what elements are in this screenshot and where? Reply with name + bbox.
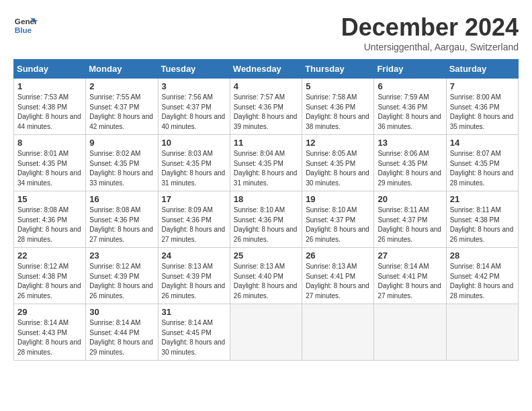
day-number: 10 <box>162 138 226 148</box>
day-info: Sunrise: 8:13 AMSunset: 4:40 PMDaylight:… <box>234 262 298 301</box>
calendar-cell: 28Sunrise: 8:14 AMSunset: 4:42 PMDayligh… <box>446 248 518 304</box>
day-info: Sunrise: 8:06 AMSunset: 4:35 PMDaylight:… <box>378 149 442 188</box>
day-info: Sunrise: 8:12 AMSunset: 4:38 PMDaylight:… <box>17 262 82 301</box>
day-info: Sunrise: 8:11 AMSunset: 4:38 PMDaylight:… <box>450 205 515 244</box>
day-number: 14 <box>450 138 515 148</box>
day-header-wednesday: Wednesday <box>230 60 302 79</box>
day-info: Sunrise: 7:55 AMSunset: 4:37 PMDaylight:… <box>89 93 154 132</box>
day-number: 3 <box>162 81 226 91</box>
day-info: Sunrise: 8:13 AMSunset: 4:41 PMDaylight:… <box>306 262 370 301</box>
day-number: 1 <box>17 81 82 91</box>
calendar-cell: 30Sunrise: 8:14 AMSunset: 4:44 PMDayligh… <box>86 304 158 361</box>
calendar-cell: 15Sunrise: 8:08 AMSunset: 4:36 PMDayligh… <box>14 191 86 248</box>
day-info: Sunrise: 8:13 AMSunset: 4:39 PMDaylight:… <box>162 262 226 301</box>
day-info: Sunrise: 8:08 AMSunset: 4:36 PMDaylight:… <box>89 205 154 244</box>
day-info: Sunrise: 8:09 AMSunset: 4:36 PMDaylight:… <box>162 205 226 244</box>
calendar-cell <box>302 304 374 361</box>
day-info: Sunrise: 8:14 AMSunset: 4:43 PMDaylight:… <box>17 318 82 357</box>
month-title: December 2024 <box>341 13 519 42</box>
day-info: Sunrise: 7:59 AMSunset: 4:36 PMDaylight:… <box>378 93 442 132</box>
day-number: 2 <box>89 81 154 91</box>
day-info: Sunrise: 8:02 AMSunset: 4:35 PMDaylight:… <box>89 149 154 188</box>
day-info: Sunrise: 8:14 AMSunset: 4:42 PMDaylight:… <box>450 262 515 301</box>
day-number: 24 <box>162 250 226 261</box>
day-info: Sunrise: 8:08 AMSunset: 4:36 PMDaylight:… <box>17 205 82 244</box>
day-info: Sunrise: 7:56 AMSunset: 4:37 PMDaylight:… <box>162 93 226 132</box>
day-header-sunday: Sunday <box>14 60 86 79</box>
calendar-cell: 8Sunrise: 8:01 AMSunset: 4:35 PMDaylight… <box>14 135 86 191</box>
day-number: 17 <box>162 194 226 204</box>
calendar-cell <box>374 304 446 361</box>
day-number: 29 <box>17 307 82 317</box>
day-number: 20 <box>378 194 442 204</box>
calendar-cell <box>446 304 518 361</box>
day-header-saturday: Saturday <box>446 60 518 79</box>
calendar-cell: 12Sunrise: 8:05 AMSunset: 4:35 PMDayligh… <box>302 135 374 191</box>
calendar-cell: 27Sunrise: 8:14 AMSunset: 4:41 PMDayligh… <box>374 248 446 304</box>
day-info: Sunrise: 8:00 AMSunset: 4:36 PMDaylight:… <box>450 93 515 132</box>
logo: General Blue <box>13 13 38 38</box>
day-info: Sunrise: 8:14 AMSunset: 4:45 PMDaylight:… <box>162 318 226 357</box>
calendar-cell: 11Sunrise: 8:04 AMSunset: 4:35 PMDayligh… <box>230 135 302 191</box>
week-row-1: 1Sunrise: 7:53 AMSunset: 4:38 PMDaylight… <box>14 79 519 135</box>
calendar-table: SundayMondayTuesdayWednesdayThursdayFrid… <box>13 59 519 361</box>
title-block: December 2024 Untersiggenthal, Aargau, S… <box>341 13 519 52</box>
day-info: Sunrise: 7:57 AMSunset: 4:36 PMDaylight:… <box>234 93 298 132</box>
calendar-cell: 7Sunrise: 8:00 AMSunset: 4:36 PMDaylight… <box>446 79 518 135</box>
calendar-cell: 5Sunrise: 7:58 AMSunset: 4:36 PMDaylight… <box>302 79 374 135</box>
day-number: 31 <box>162 307 226 317</box>
week-row-2: 8Sunrise: 8:01 AMSunset: 4:35 PMDaylight… <box>14 135 519 191</box>
day-number: 11 <box>234 138 298 148</box>
calendar-cell: 18Sunrise: 8:10 AMSunset: 4:36 PMDayligh… <box>230 191 302 248</box>
day-info: Sunrise: 8:04 AMSunset: 4:35 PMDaylight:… <box>234 149 298 188</box>
calendar-cell: 25Sunrise: 8:13 AMSunset: 4:40 PMDayligh… <box>230 248 302 304</box>
calendar-cell: 26Sunrise: 8:13 AMSunset: 4:41 PMDayligh… <box>302 248 374 304</box>
location: Untersiggenthal, Aargau, Switzerland <box>341 42 519 52</box>
day-info: Sunrise: 8:05 AMSunset: 4:35 PMDaylight:… <box>306 149 370 188</box>
day-info: Sunrise: 8:12 AMSunset: 4:39 PMDaylight:… <box>89 262 154 301</box>
day-number: 19 <box>306 194 370 204</box>
day-number: 30 <box>89 307 154 317</box>
day-info: Sunrise: 8:01 AMSunset: 4:35 PMDaylight:… <box>17 149 82 188</box>
calendar-cell: 14Sunrise: 8:07 AMSunset: 4:35 PMDayligh… <box>446 135 518 191</box>
calendar-cell: 16Sunrise: 8:08 AMSunset: 4:36 PMDayligh… <box>86 191 158 248</box>
calendar-cell: 17Sunrise: 8:09 AMSunset: 4:36 PMDayligh… <box>158 191 230 248</box>
week-row-3: 15Sunrise: 8:08 AMSunset: 4:36 PMDayligh… <box>14 191 519 248</box>
day-info: Sunrise: 8:07 AMSunset: 4:35 PMDaylight:… <box>450 149 515 188</box>
day-header-tuesday: Tuesday <box>158 60 230 79</box>
calendar-cell: 29Sunrise: 8:14 AMSunset: 4:43 PMDayligh… <box>14 304 86 361</box>
day-number: 7 <box>450 81 515 91</box>
day-info: Sunrise: 7:58 AMSunset: 4:36 PMDaylight:… <box>306 93 370 132</box>
day-info: Sunrise: 8:11 AMSunset: 4:37 PMDaylight:… <box>378 205 442 244</box>
calendar-cell: 24Sunrise: 8:13 AMSunset: 4:39 PMDayligh… <box>158 248 230 304</box>
calendar-cell: 1Sunrise: 7:53 AMSunset: 4:38 PMDaylight… <box>14 79 86 135</box>
day-number: 22 <box>17 250 82 261</box>
day-header-thursday: Thursday <box>302 60 374 79</box>
day-number: 25 <box>234 250 298 261</box>
calendar-cell: 2Sunrise: 7:55 AMSunset: 4:37 PMDaylight… <box>86 79 158 135</box>
week-row-5: 29Sunrise: 8:14 AMSunset: 4:43 PMDayligh… <box>14 304 519 361</box>
day-info: Sunrise: 8:03 AMSunset: 4:35 PMDaylight:… <box>162 149 226 188</box>
day-number: 13 <box>378 138 442 148</box>
calendar-cell: 19Sunrise: 8:10 AMSunset: 4:37 PMDayligh… <box>302 191 374 248</box>
calendar-cell: 6Sunrise: 7:59 AMSunset: 4:36 PMDaylight… <box>374 79 446 135</box>
day-header-monday: Monday <box>86 60 158 79</box>
day-number: 15 <box>17 194 82 204</box>
calendar-cell: 4Sunrise: 7:57 AMSunset: 4:36 PMDaylight… <box>230 79 302 135</box>
day-number: 27 <box>378 250 442 261</box>
header-row: SundayMondayTuesdayWednesdayThursdayFrid… <box>14 60 519 79</box>
day-number: 12 <box>306 138 370 148</box>
calendar-cell: 21Sunrise: 8:11 AMSunset: 4:38 PMDayligh… <box>446 191 518 248</box>
day-info: Sunrise: 7:53 AMSunset: 4:38 PMDaylight:… <box>17 93 82 132</box>
day-info: Sunrise: 8:14 AMSunset: 4:44 PMDaylight:… <box>89 318 154 357</box>
day-number: 26 <box>306 250 370 261</box>
page-header: General Blue December 2024 Untersiggenth… <box>13 13 519 52</box>
day-number: 21 <box>450 194 515 204</box>
day-number: 9 <box>89 138 154 148</box>
day-number: 4 <box>234 81 298 91</box>
svg-text:Blue: Blue <box>15 26 32 34</box>
calendar-cell: 22Sunrise: 8:12 AMSunset: 4:38 PMDayligh… <box>14 248 86 304</box>
day-header-friday: Friday <box>374 60 446 79</box>
week-row-4: 22Sunrise: 8:12 AMSunset: 4:38 PMDayligh… <box>14 248 519 304</box>
calendar-cell: 13Sunrise: 8:06 AMSunset: 4:35 PMDayligh… <box>374 135 446 191</box>
